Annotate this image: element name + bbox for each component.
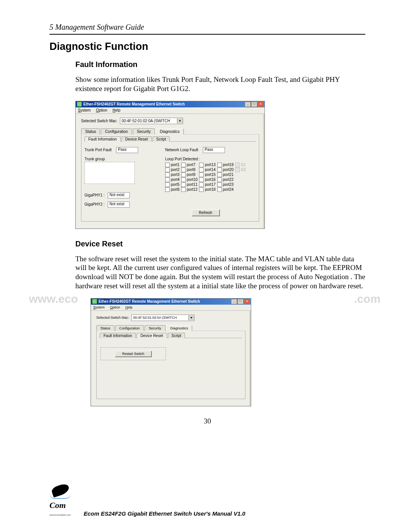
- network-loop-label: Network Loop Fault: [165, 148, 198, 152]
- mac-combo-value: 00:4F:52:01:02:0A (SWITCH: [122, 119, 170, 123]
- loop-port-label: port2: [171, 168, 180, 172]
- loop-port-cell: port8: [181, 168, 198, 172]
- subtab-script[interactable]: Script: [153, 136, 170, 142]
- checkbox-icon[interactable]: [165, 168, 170, 172]
- loop-port-cell: port11: [181, 182, 198, 187]
- loop-port-cell: port9: [181, 173, 198, 177]
- menu-help-2[interactable]: Help: [126, 305, 133, 309]
- checkbox-icon[interactable]: [181, 182, 186, 187]
- loop-port-label: port8: [187, 168, 196, 172]
- wave-icon: [49, 494, 71, 499]
- maximize-button[interactable]: □: [251, 102, 257, 107]
- close-button[interactable]: ×: [258, 102, 264, 107]
- scrollbar[interactable]: [263, 114, 264, 228]
- checkbox-icon[interactable]: [165, 177, 170, 182]
- loop-port-cell: port3: [165, 173, 180, 177]
- tab-security-2[interactable]: Security: [145, 325, 166, 331]
- tab-security[interactable]: Security: [133, 128, 155, 134]
- subtab-device-reset-2[interactable]: Device Reset: [137, 333, 167, 338]
- loop-port-label: port12: [187, 187, 198, 192]
- subtab-script-2[interactable]: Script: [168, 333, 185, 338]
- minimize-button[interactable]: _: [245, 102, 251, 107]
- subtab-fault-2[interactable]: Fault Information: [100, 333, 136, 338]
- checkbox-icon[interactable]: [199, 182, 204, 187]
- tab-diagnostics-2[interactable]: Diagnostics: [166, 325, 193, 331]
- mac-combo[interactable]: 00:4F:52:01:02:0A (SWITCH ▼: [120, 118, 183, 124]
- menu-system[interactable]: System: [78, 108, 91, 112]
- close-button-2[interactable]: ×: [244, 299, 250, 304]
- checkbox-icon[interactable]: [181, 163, 186, 167]
- checkbox-icon[interactable]: [199, 177, 204, 182]
- watermark-right: .com: [354, 292, 381, 305]
- loop-port-cell: port15: [199, 173, 215, 177]
- menu-help[interactable]: Help: [113, 108, 121, 112]
- main-tabs: Status Configuration Security Diagnostic…: [81, 128, 259, 134]
- reset-description: The software reset will reset the system…: [75, 254, 365, 291]
- loop-port-cell: port18: [199, 187, 215, 192]
- sub-tabs-2: Fault Information Device Reset Script: [100, 332, 242, 338]
- sub-tabs: Fault Information Device Reset Script: [84, 136, 256, 141]
- loop-port-cell: [235, 177, 246, 182]
- checkbox-icon[interactable]: [217, 173, 222, 177]
- chevron-down-icon[interactable]: ▼: [177, 118, 183, 123]
- checkbox-icon[interactable]: [199, 173, 204, 177]
- checkbox-icon[interactable]: [165, 187, 170, 192]
- checkbox-icon[interactable]: [217, 168, 222, 172]
- checkbox-icon[interactable]: [165, 182, 170, 187]
- checkbox-icon[interactable]: [199, 163, 204, 167]
- menu-system-2[interactable]: System: [93, 305, 105, 309]
- checkbox-icon[interactable]: [217, 177, 222, 182]
- loop-port-grid: port1port7port13port19G1port2port8port14…: [165, 163, 246, 192]
- scrollbar-2[interactable]: [249, 311, 251, 406]
- subsection-reset-title: Device Reset: [75, 240, 365, 248]
- loop-port-label: port11: [187, 182, 198, 187]
- checkbox-icon[interactable]: [181, 187, 186, 192]
- app-window-fault: Ether-FSH2402GT Remote Management Ethern…: [75, 101, 265, 229]
- reset-panel: Restart Switch: [100, 338, 242, 360]
- subtab-device-reset[interactable]: Device Reset: [121, 136, 151, 142]
- checkbox-icon[interactable]: [199, 187, 204, 192]
- refresh-button[interactable]: Refresh: [192, 209, 220, 216]
- loop-port-cell: G1: [235, 163, 246, 167]
- mac-combo-2[interactable]: 00:4F:52:01:02:0A (SWITCH ▼: [131, 315, 194, 321]
- menu-option[interactable]: Option: [96, 108, 107, 112]
- checkbox-icon: [235, 163, 240, 167]
- checkbox-icon[interactable]: [165, 163, 170, 167]
- checkbox-icon[interactable]: [217, 187, 222, 192]
- loop-port-label: port16: [205, 177, 215, 182]
- checkbox-icon[interactable]: [199, 168, 204, 172]
- window-title: Ether-FSH2402GT Remote Management Ethern…: [83, 102, 185, 106]
- menu-option-2[interactable]: Option: [110, 305, 120, 309]
- restart-switch-button[interactable]: Restart Switch: [115, 351, 151, 357]
- loop-port-cell: port2: [165, 168, 180, 172]
- trunk-port-fault-value: Pass: [116, 147, 138, 153]
- mac-label: Selected Switch Mac:: [81, 119, 118, 123]
- checkbox-icon[interactable]: [181, 173, 186, 177]
- trunk-group-list[interactable]: [84, 162, 135, 184]
- chevron-down-icon-2[interactable]: ▼: [188, 315, 194, 320]
- loop-port-label: port3: [171, 173, 180, 177]
- subtab-fault[interactable]: Fault Information: [84, 136, 121, 142]
- maximize-button-2[interactable]: □: [237, 299, 244, 304]
- loop-port-cell: port7: [181, 163, 198, 167]
- loop-detected-label: Loop Port Detected :: [165, 157, 246, 161]
- checkbox-icon[interactable]: [181, 177, 186, 182]
- gigaphy2-label: GigaPHY2 :: [84, 202, 105, 206]
- tab-configuration-2[interactable]: Configuration: [115, 325, 144, 331]
- tab-status-2[interactable]: Status: [96, 325, 115, 331]
- loop-port-label: port7: [187, 163, 196, 167]
- loop-port-label: port6: [171, 187, 180, 192]
- checkbox-icon[interactable]: [181, 168, 186, 172]
- loop-port-label: port1: [171, 163, 180, 167]
- minimize-button-2[interactable]: _: [231, 299, 237, 304]
- tab-configuration[interactable]: Configuration: [101, 128, 132, 134]
- app-window-reset: Ether-FSH2402GT Remote Management Ethern…: [91, 298, 251, 406]
- checkbox-icon[interactable]: [165, 173, 170, 177]
- mac-label-2: Selected Switch Mac:: [96, 316, 129, 320]
- tab-status[interactable]: Status: [81, 128, 100, 134]
- subsection-fault-title: Fault Information: [75, 60, 365, 69]
- checkbox-icon[interactable]: [217, 163, 222, 167]
- tab-diagnostics[interactable]: Diagnostics: [156, 128, 184, 134]
- loop-port-label: port15: [205, 173, 215, 177]
- checkbox-icon[interactable]: [217, 182, 222, 187]
